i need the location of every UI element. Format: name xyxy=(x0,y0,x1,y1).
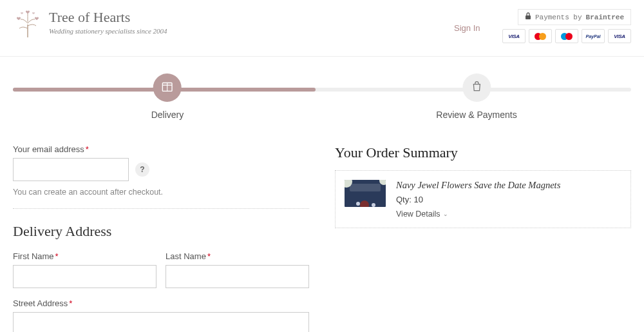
required-mark: * xyxy=(207,251,211,261)
product-name: Navy Jewel Flowers Save the Date Magnets xyxy=(396,180,560,191)
delivery-address-heading: Delivery Address xyxy=(13,223,309,240)
progress-step-delivery[interactable]: Delivery xyxy=(151,73,184,120)
required-mark: * xyxy=(55,251,59,261)
order-item: Navy Jewel Flowers Save the Date Magnets… xyxy=(335,170,631,228)
payments-by-braintree-badge: Payments by Braintree xyxy=(518,9,631,25)
paypal-icon: PayPal xyxy=(582,29,605,43)
last-name-input[interactable] xyxy=(166,265,309,288)
view-details-toggle[interactable]: View Details ⌄ xyxy=(396,210,560,219)
lock-icon xyxy=(525,12,531,22)
logo-block[interactable]: Tree of Hearts Wedding stationery specia… xyxy=(13,9,167,39)
brand-title: Tree of Hearts xyxy=(49,9,167,26)
visa-debit-icon: VISA xyxy=(608,29,631,43)
step-label: Review & Payments xyxy=(436,110,516,120)
chevron-down-icon: ⌄ xyxy=(443,211,448,217)
progress-step-review[interactable]: Review & Payments xyxy=(436,73,516,120)
checkout-progress: Delivery Review & Payments xyxy=(13,81,631,126)
sign-in-link[interactable]: Sign In xyxy=(454,23,480,33)
email-input[interactable] xyxy=(13,158,129,181)
brand-tagline: Wedding stationery specialists since 200… xyxy=(49,27,167,35)
box-icon xyxy=(160,79,175,96)
street-address-label: Street Address* xyxy=(13,298,309,308)
svg-rect-0 xyxy=(526,15,531,19)
order-summary-title: Your Order Summary xyxy=(335,144,631,161)
header: Tree of Hearts Wedding stationery specia… xyxy=(0,0,644,52)
street-address-group: Street Address* xyxy=(13,298,309,332)
step-label: Delivery xyxy=(151,110,184,120)
maestro-icon xyxy=(555,29,578,43)
email-field-group: Your email address* ? You can create an … xyxy=(13,144,309,197)
order-summary: Your Order Summary Navy Jewel Flowers Sa… xyxy=(335,144,631,332)
email-label: Your email address* xyxy=(13,144,309,154)
product-qty: Qty: 10 xyxy=(396,195,560,204)
street-address-input[interactable] xyxy=(13,312,309,332)
required-mark: * xyxy=(86,144,89,154)
first-name-input[interactable] xyxy=(13,265,156,288)
required-mark: * xyxy=(69,298,72,308)
checkout-form: Your email address* ? You can create an … xyxy=(13,144,309,332)
mastercard-icon xyxy=(529,29,552,43)
first-name-label: First Name* xyxy=(13,251,156,261)
first-name-group: First Name* xyxy=(13,251,156,288)
braintree-prefix: Payments by xyxy=(535,14,582,21)
section-divider xyxy=(13,208,309,209)
last-name-group: Last Name* xyxy=(166,251,309,288)
visa-icon: VISA xyxy=(502,29,526,43)
last-name-label: Last Name* xyxy=(166,251,309,261)
braintree-name: Braintree xyxy=(586,14,624,21)
main-content: Your email address* ? You can create an … xyxy=(0,126,644,332)
payment-card-logos: VISA PayPal VISA xyxy=(502,29,631,43)
product-thumbnail xyxy=(345,180,386,207)
email-hint: You can create an account after checkout… xyxy=(13,188,309,197)
logo-icon xyxy=(13,9,43,39)
header-divider xyxy=(0,56,644,57)
email-help-button[interactable]: ? xyxy=(135,162,149,177)
header-right: Payments by Braintree VISA PayPal VISA xyxy=(502,9,631,43)
bag-icon xyxy=(470,80,483,95)
